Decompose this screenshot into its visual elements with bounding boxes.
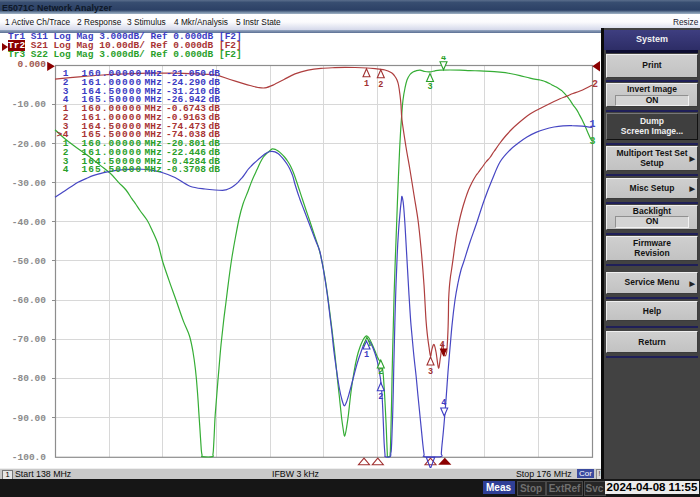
svg-text:2: 2 [592, 79, 598, 90]
svg-text:3: 3 [427, 82, 432, 92]
svg-text:1: 1 [590, 119, 596, 130]
svg-text:2: 2 [378, 392, 383, 402]
svg-text:1: 1 [364, 79, 369, 89]
svg-text:3: 3 [428, 367, 433, 377]
svg-text:2: 2 [378, 80, 383, 90]
svg-text:2: 2 [378, 367, 383, 377]
svg-text:1: 1 [364, 350, 369, 360]
svg-text:3: 3 [590, 136, 596, 147]
svg-text:4: 4 [441, 398, 446, 408]
